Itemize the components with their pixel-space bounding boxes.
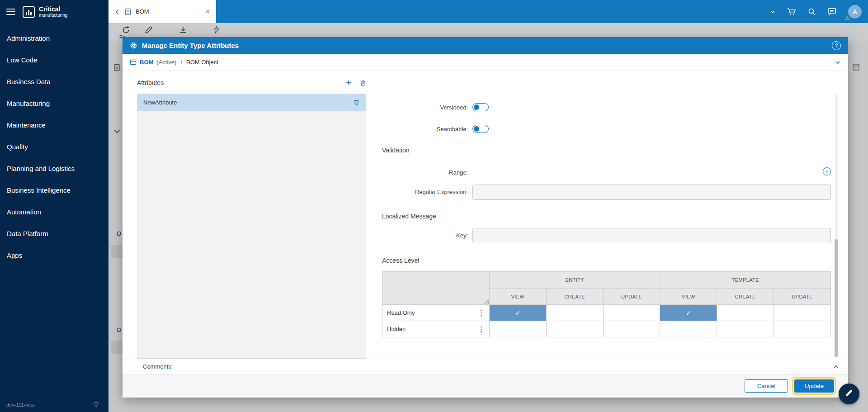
environment-label: dev-111-mes <box>6 402 35 407</box>
manage-entity-type-attributes-dialog: Manage Entity Type Attributes ? BOM (Act… <box>123 37 848 398</box>
dialog-header: Manage Entity Type Attributes ? <box>123 37 848 54</box>
access-cell[interactable] <box>717 305 774 321</box>
chevron-up-icon[interactable] <box>833 364 839 370</box>
sidebar-item-business-data[interactable]: Business Data <box>0 71 108 92</box>
avatar-initial: A <box>853 8 857 15</box>
column-header-entity-create: CREATE <box>546 289 603 305</box>
access-level-section-title: Access Level <box>382 257 419 264</box>
breadcrumb-separator: / <box>180 59 182 66</box>
access-cell[interactable] <box>774 305 831 321</box>
access-cell[interactable] <box>546 321 603 337</box>
column-group-template: TEMPLATE <box>660 272 831 289</box>
access-cell[interactable] <box>603 305 660 321</box>
column-header-entity-view: VIEW <box>490 289 547 305</box>
sidebar-footer: dev-111-mes <box>0 402 108 412</box>
avatar[interactable]: A ⚠ <box>848 5 862 19</box>
breadcrumb-collapse-icon[interactable] <box>835 59 841 66</box>
document-icon <box>125 8 131 15</box>
manage-attributes-icon <box>130 42 137 49</box>
logo-icon <box>23 6 35 18</box>
pen-icon <box>844 388 854 399</box>
sidebar-header: Critical manufacturing <box>0 0 108 24</box>
search-icon[interactable] <box>808 8 816 16</box>
access-cell[interactable] <box>546 305 603 321</box>
searchable-toggle[interactable] <box>472 125 489 133</box>
dialog-footer: Cancel Update <box>123 374 848 398</box>
row-menu-icon[interactable]: ⋮ <box>478 325 485 333</box>
column-header-template-create: CREATE <box>717 289 774 305</box>
sidebar-item-maintenance[interactable]: Maintenance <box>0 114 108 136</box>
access-cell-checked[interactable]: ✓ <box>660 305 717 321</box>
sidebar-item-manufacturing[interactable]: Manufacturing <box>0 92 108 114</box>
sidebar: Critical manufacturing AdministrationLow… <box>0 0 108 412</box>
column-header-entity-update: UPDATE <box>603 289 660 305</box>
column-header-template-view: VIEW <box>660 289 717 305</box>
versioned-label: Versioned: <box>382 104 468 111</box>
searchable-label: Searchable: <box>382 126 468 133</box>
sidebar-item-data-platform[interactable]: Data Platform <box>0 223 108 244</box>
breadcrumb: BOM (Active) / BOM Object <box>123 54 848 71</box>
key-input[interactable] <box>472 228 831 243</box>
range-label: Range: <box>382 169 468 176</box>
breadcrumb-entity[interactable]: BOM <box>140 59 153 66</box>
info-icon[interactable]: i <box>823 167 831 175</box>
scrollbar-track[interactable] <box>835 94 838 357</box>
tab-back-icon[interactable] <box>115 9 120 15</box>
tab-bom[interactable]: BOM × <box>108 0 216 23</box>
delete-attributes-icon[interactable] <box>359 80 366 86</box>
page-background: Re O O Manage Entity Type Attributes ? B <box>108 23 868 412</box>
chevron-down-icon[interactable] <box>770 9 775 14</box>
validation-section-title: Validation <box>382 147 409 154</box>
cart-icon[interactable] <box>787 8 796 16</box>
versioned-toggle[interactable] <box>472 103 489 111</box>
access-cell[interactable] <box>490 321 547 337</box>
resize-grip[interactable] <box>484 299 489 304</box>
sidebar-item-low-code[interactable]: Low Code <box>0 49 108 71</box>
warning-badge-icon: ⚠ <box>844 14 850 21</box>
hamburger-menu-icon[interactable] <box>6 9 15 15</box>
cancel-button[interactable]: Cancel <box>745 379 788 393</box>
comments-label: Comments: <box>143 363 173 370</box>
row-menu-icon[interactable]: ⋮ <box>478 309 485 317</box>
regex-input[interactable] <box>472 185 831 200</box>
comments-section[interactable]: Comments: <box>123 359 848 374</box>
logo-subtitle: manufacturing <box>39 13 67 18</box>
sidebar-item-apps[interactable]: Apps <box>0 244 108 266</box>
access-cell[interactable] <box>660 321 717 337</box>
tab-close-icon[interactable]: × <box>206 8 210 16</box>
sidebar-menu: AdministrationLow CodeBusiness DataManuf… <box>0 24 108 266</box>
topbar-actions: A ⚠ <box>770 0 862 23</box>
delete-attribute-icon[interactable] <box>353 99 360 106</box>
tab-label: BOM <box>136 8 149 15</box>
dialog-title: Manage Entity Type Attributes <box>142 42 239 49</box>
access-cell[interactable] <box>717 321 774 337</box>
attribute-list-item[interactable]: NewAttribute <box>137 94 366 111</box>
logo-title: Critical <box>39 6 67 13</box>
bom-entity-icon <box>130 59 137 66</box>
sidebar-item-planning-and-logistics[interactable]: Planning and Logistics <box>0 157 108 179</box>
update-button[interactable]: Update <box>794 379 834 393</box>
attributes-title: Attributes <box>137 79 164 86</box>
chat-icon[interactable] <box>828 8 836 16</box>
attributes-list: NewAttribute <box>137 94 366 359</box>
sidebar-item-business-intelligence[interactable]: Business Intelligence <box>0 179 108 201</box>
sidebar-item-quality[interactable]: Quality <box>0 136 108 157</box>
attribute-name: NewAttribute <box>143 99 177 106</box>
column-group-entity: ENTITY <box>490 272 660 289</box>
add-attribute-icon[interactable]: + <box>346 78 351 87</box>
access-cell-checked[interactable]: ✓ <box>490 305 547 321</box>
sidebar-item-automation[interactable]: Automation <box>0 201 108 223</box>
signature-pen-button[interactable] <box>839 384 859 404</box>
access-row-hidden: Hidden⋮ <box>382 321 490 337</box>
access-cell[interactable] <box>774 321 831 337</box>
column-header-template-update: UPDATE <box>774 289 831 305</box>
dialog-body: Attributes + NewAttribute Versioned: Sea… <box>123 71 848 359</box>
access-level-table: ENTITYTEMPLATEVIEWCREATEUPDATEVIEWCREATE… <box>382 271 831 337</box>
attributes-panel-header: Attributes + <box>137 78 366 87</box>
help-icon[interactable]: ? <box>832 41 841 50</box>
sidebar-item-administration[interactable]: Administration <box>0 27 108 49</box>
scrollbar-thumb[interactable] <box>835 239 838 357</box>
access-row-label: Hidden <box>387 326 406 332</box>
breadcrumb-state: (Active) <box>156 59 176 66</box>
access-cell[interactable] <box>603 321 660 337</box>
